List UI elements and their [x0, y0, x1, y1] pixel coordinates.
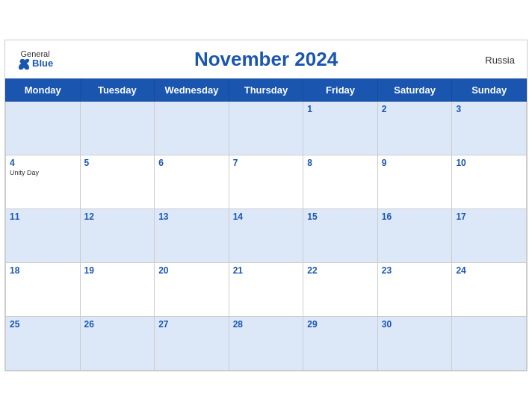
- holiday-label: Unity Day: [10, 169, 76, 176]
- calendar-cell: 30: [377, 317, 452, 371]
- calendar-cell: 8: [303, 155, 378, 209]
- calendar-cell: [229, 102, 303, 155]
- calendar-cell: 12: [80, 209, 155, 263]
- day-number: 11: [10, 211, 76, 222]
- day-number: 7: [233, 158, 300, 168]
- calendar-cell: 3: [452, 102, 527, 155]
- calendar-cell: 10: [452, 155, 527, 209]
- day-number: 3: [456, 104, 522, 114]
- day-number: 14: [233, 211, 300, 222]
- calendar-cell: 19: [80, 263, 155, 317]
- week-row-4: 18192021222324: [6, 263, 527, 317]
- calendar-title: November 2024: [194, 48, 338, 71]
- day-number: 17: [456, 211, 522, 222]
- calendar-cell: 18: [6, 263, 81, 317]
- calendar-cell: 5: [80, 155, 155, 209]
- calendar-cell: 23: [377, 263, 452, 317]
- calendar-cell: 2: [377, 102, 452, 155]
- calendar-grid: MondayTuesdayWednesdayThursdayFridaySatu…: [5, 78, 527, 371]
- calendar-cell: 29: [303, 317, 378, 371]
- calendar-cell: [452, 317, 527, 371]
- calendar-cell: 6: [155, 155, 229, 209]
- day-number: 1: [307, 104, 374, 114]
- day-number: 27: [158, 319, 225, 330]
- logo-general-text: General: [21, 49, 50, 58]
- logo-blue-text: Blue: [17, 58, 53, 70]
- logo-area: General Blue: [17, 49, 53, 69]
- calendar-header: General Blue November 2024 Russia: [5, 40, 527, 78]
- calendar-cell: [6, 102, 81, 155]
- day-number: 5: [84, 158, 151, 168]
- weekday-header-friday: Friday: [303, 79, 378, 102]
- calendar-cell: 26: [80, 317, 155, 371]
- day-number: 18: [10, 265, 76, 276]
- day-number: 19: [84, 265, 151, 276]
- weekday-header-tuesday: Tuesday: [80, 79, 155, 102]
- week-row-5: 252627282930: [6, 317, 527, 371]
- logo-bird-icon: [17, 58, 31, 70]
- day-number: 16: [382, 211, 448, 222]
- day-number: 24: [456, 265, 522, 276]
- calendar-cell: 13: [155, 209, 229, 263]
- calendar-cell: 9: [377, 155, 452, 209]
- calendar-cell: 24: [452, 263, 527, 317]
- country-label: Russia: [485, 54, 515, 65]
- calendar-cell: 7: [229, 155, 303, 209]
- day-number: 13: [158, 211, 225, 222]
- weekday-header-monday: Monday: [6, 79, 81, 102]
- day-number: 29: [307, 319, 374, 330]
- calendar-cell: 22: [303, 263, 378, 317]
- calendar-cell: 17: [452, 209, 527, 263]
- day-number: 8: [307, 158, 374, 168]
- calendar-cell: [155, 102, 229, 155]
- week-row-1: 123: [6, 102, 527, 155]
- day-number: 23: [382, 265, 448, 276]
- day-number: 9: [382, 158, 448, 168]
- day-number: 30: [382, 319, 448, 330]
- weekday-header-thursday: Thursday: [229, 79, 303, 102]
- week-row-2: 4Unity Day5678910: [6, 155, 527, 209]
- day-number: 6: [158, 158, 225, 168]
- day-number: 20: [158, 265, 225, 276]
- day-number: 22: [307, 265, 374, 276]
- weekday-header-sunday: Sunday: [452, 79, 527, 102]
- day-number: 2: [382, 104, 448, 114]
- day-number: 26: [84, 319, 151, 330]
- day-number: 10: [456, 158, 522, 168]
- calendar-cell: 27: [155, 317, 229, 371]
- calendar-cell: 11: [6, 209, 81, 263]
- day-number: 21: [233, 265, 300, 276]
- weekday-header-wednesday: Wednesday: [155, 79, 229, 102]
- calendar-cell: 21: [229, 263, 303, 317]
- calendar-wrapper: General Blue November 2024 Russia Monday…: [4, 40, 528, 371]
- calendar-cell: 14: [229, 209, 303, 263]
- calendar-cell: 1: [303, 102, 378, 155]
- calendar-cell: 25: [6, 317, 81, 371]
- calendar-cell: 20: [155, 263, 229, 317]
- calendar-cell: 4Unity Day: [6, 155, 81, 209]
- day-number: 25: [10, 319, 76, 330]
- calendar-cell: 28: [229, 317, 303, 371]
- day-number: 4: [10, 158, 76, 168]
- day-number: 15: [307, 211, 374, 222]
- calendar-cell: [80, 102, 155, 155]
- weekday-header-saturday: Saturday: [377, 79, 452, 102]
- calendar-cell: 15: [303, 209, 378, 263]
- day-number: 12: [84, 211, 151, 222]
- day-number: 28: [233, 319, 300, 330]
- weekday-header-row: MondayTuesdayWednesdayThursdayFridaySatu…: [6, 79, 527, 102]
- week-row-3: 11121314151617: [6, 209, 527, 263]
- calendar-cell: 16: [377, 209, 452, 263]
